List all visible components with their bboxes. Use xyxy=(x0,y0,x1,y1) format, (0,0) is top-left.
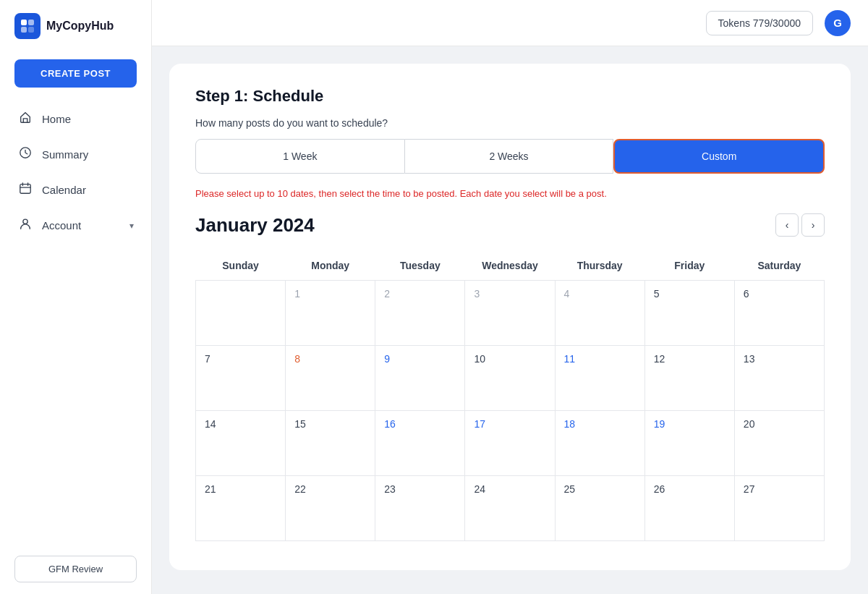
schedule-info: Please select up to 10 dates, then selec… xyxy=(195,188,825,199)
cal-header-tuesday: Tuesday xyxy=(375,251,465,281)
calendar-icon xyxy=(17,182,33,198)
table-row[interactable]: 24 xyxy=(465,476,555,541)
table-row[interactable]: 8 xyxy=(286,346,375,411)
cal-header-thursday: Thursday xyxy=(555,251,644,281)
logo-text: MyCopyHub xyxy=(46,20,114,33)
sidebar-item-account-label: Account xyxy=(42,219,81,232)
table-row[interactable]: 27 xyxy=(734,476,824,541)
table-row[interactable]: 13 xyxy=(734,346,824,411)
schedule-custom-button[interactable]: Custom xyxy=(613,139,825,174)
table-row[interactable]: 14 xyxy=(196,411,286,476)
schedule-question: How many posts do you want to schedule? xyxy=(195,117,825,129)
table-row[interactable] xyxy=(196,281,286,346)
step-title: Step 1: Schedule xyxy=(195,87,825,106)
schedule-2weeks-button[interactable]: 2 Weeks xyxy=(405,139,614,174)
sidebar-item-home-label: Home xyxy=(42,113,71,125)
svg-rect-1 xyxy=(28,20,34,25)
chevron-down-icon: ▾ xyxy=(129,221,134,231)
table-row[interactable]: 10 xyxy=(465,346,555,411)
gfm-review-button[interactable]: GFM Review xyxy=(14,556,137,582)
table-row[interactable]: 17 xyxy=(465,411,555,476)
sidebar-item-summary[interactable]: Summary xyxy=(7,137,144,171)
table-row[interactable]: 26 xyxy=(644,476,734,541)
cal-header-friday: Friday xyxy=(644,251,734,281)
svg-rect-0 xyxy=(21,20,27,25)
table-row[interactable]: 22 xyxy=(286,476,375,541)
cal-header-sunday: Sunday xyxy=(196,251,286,281)
table-row[interactable]: 5 xyxy=(644,281,734,346)
schedule-1week-button[interactable]: 1 Week xyxy=(195,139,405,174)
logo-icon xyxy=(14,13,41,39)
table-row[interactable]: 21 xyxy=(196,476,286,541)
calendar-nav: ‹ › xyxy=(775,213,825,237)
table-row[interactable]: 3 xyxy=(465,281,555,346)
table-row[interactable]: 25 xyxy=(555,476,644,541)
sidebar-item-calendar-label: Calendar xyxy=(42,184,86,196)
cal-header-saturday: Saturday xyxy=(734,251,824,281)
table-row[interactable]: 15 xyxy=(286,411,375,476)
main-content: Step 1: Schedule How many posts do you w… xyxy=(152,46,868,594)
table-row[interactable]: 16 xyxy=(375,411,465,476)
svg-rect-3 xyxy=(28,27,34,33)
home-icon xyxy=(17,111,33,127)
content-card: Step 1: Schedule How many posts do you w… xyxy=(169,64,851,570)
user-avatar[interactable]: G xyxy=(825,10,851,36)
sidebar: MyCopyHub CREATE POST Home Summary Calen… xyxy=(0,0,152,594)
table-row[interactable]: 18 xyxy=(555,411,644,476)
table-row[interactable]: 11 xyxy=(555,346,644,411)
svg-rect-5 xyxy=(20,184,30,194)
sidebar-item-summary-label: Summary xyxy=(42,148,88,161)
schedule-options: 1 Week 2 Weeks Custom xyxy=(195,139,825,174)
table-row[interactable]: 2 xyxy=(375,281,465,346)
svg-rect-2 xyxy=(21,27,27,33)
sidebar-item-account[interactable]: Account ▾ xyxy=(7,208,144,242)
table-row[interactable]: 6 xyxy=(734,281,824,346)
table-row[interactable]: 23 xyxy=(375,476,465,541)
svg-point-6 xyxy=(23,219,27,224)
sidebar-item-calendar[interactable]: Calendar xyxy=(7,173,144,207)
table-row[interactable]: 19 xyxy=(644,411,734,476)
sidebar-bottom: GFM Review xyxy=(0,544,151,594)
prev-month-button[interactable]: ‹ xyxy=(775,213,799,237)
create-post-button[interactable]: CREATE POST xyxy=(14,59,137,88)
calendar-month: January 2024 xyxy=(195,214,315,237)
table-row[interactable]: 1 xyxy=(286,281,375,346)
summary-icon xyxy=(17,146,33,163)
sidebar-item-home[interactable]: Home xyxy=(7,102,144,136)
calendar-header: January 2024 ‹ › xyxy=(195,213,825,237)
header: Tokens 779/30000 G xyxy=(152,0,868,46)
table-row[interactable]: 9 xyxy=(375,346,465,411)
cal-header-monday: Monday xyxy=(286,251,375,281)
calendar-grid: Sunday Monday Tuesday Wednesday Thursday… xyxy=(195,251,825,541)
table-row[interactable]: 20 xyxy=(734,411,824,476)
account-icon xyxy=(17,217,33,234)
tokens-badge: Tokens 779/30000 xyxy=(706,11,813,35)
table-row[interactable]: 12 xyxy=(644,346,734,411)
table-row[interactable]: 7 xyxy=(196,346,286,411)
logo: MyCopyHub xyxy=(0,0,151,52)
sidebar-nav: Home Summary Calendar Account ▾ xyxy=(0,102,151,242)
table-row[interactable]: 4 xyxy=(555,281,644,346)
next-month-button[interactable]: › xyxy=(801,213,825,237)
cal-header-wednesday: Wednesday xyxy=(465,251,555,281)
